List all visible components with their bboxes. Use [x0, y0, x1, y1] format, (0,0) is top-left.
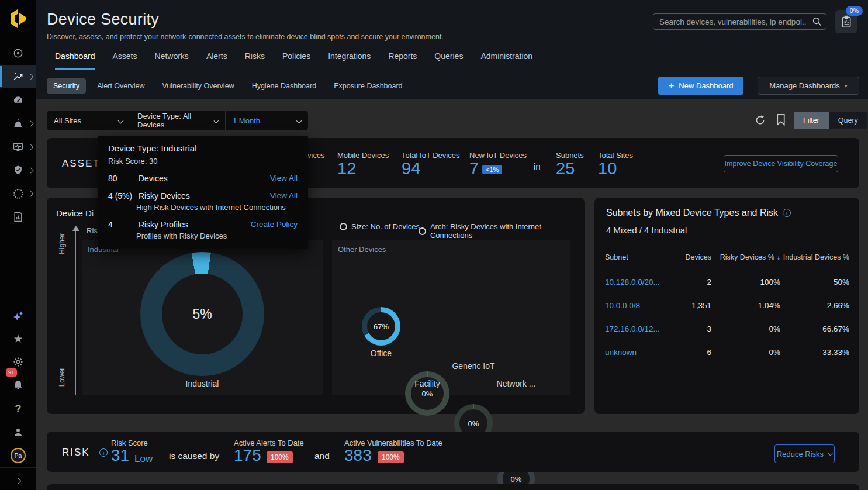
risky-profiles-label: Risky Profiles — [139, 220, 188, 229]
sidebar-item-discovery[interactable] — [0, 42, 36, 64]
sidebar-expand-button[interactable] — [0, 470, 36, 490]
tab-networks[interactable]: Networks — [155, 51, 189, 70]
industrial-risk-donut[interactable]: 5% — [140, 252, 264, 376]
arch-radio-label: Arch: Risky Devices with Internet Connec… — [430, 222, 585, 240]
col-devices[interactable]: Devices — [676, 253, 711, 261]
facility-donut[interactable]: 0% — [405, 371, 449, 416]
tooltip-title: Device Type: Industrial — [108, 143, 298, 153]
mobile-devices-value: 12 — [337, 159, 356, 178]
col-risky[interactable]: Risky Devices %↓ — [711, 253, 780, 261]
arch-radio-option[interactable]: Arch: Risky Devices with Internet Connec… — [419, 222, 585, 240]
tab-queries[interactable]: Queries — [434, 51, 463, 70]
subtab-vulnerability-overview[interactable]: Vulnerability Overview — [155, 78, 240, 94]
dashboard-content: All Sites Device Type: All Devices 1 Mon… — [36, 99, 868, 490]
office-donut[interactable]: 67% — [362, 307, 400, 346]
sidebar-item-device-security[interactable] — [0, 65, 36, 88]
plus-icon: + — [668, 81, 674, 91]
manage-dashboards-button[interactable]: Manage Dashboards ▾ — [758, 77, 859, 95]
tab-integrations[interactable]: Integrations — [328, 51, 371, 70]
device-type-filter-dropdown[interactable]: Device Type: All Devices — [130, 111, 225, 130]
sidebar-item-user[interactable] — [0, 421, 36, 443]
risky-profiles-count: 4 — [108, 220, 136, 229]
new-dashboard-button[interactable]: + New Dashboard — [658, 77, 743, 95]
global-search — [653, 13, 826, 30]
sidebar-item-profile[interactable]: Pa — [0, 444, 36, 467]
subnet-link[interactable]: unknown — [605, 348, 676, 357]
risk-axis-arrow — [72, 226, 79, 231]
subtab-security[interactable]: Security — [47, 78, 86, 94]
sidebar-item-integrations[interactable] — [0, 182, 36, 205]
tasks-checklist-button[interactable]: 0% — [835, 10, 857, 33]
star-icon: ★ — [13, 332, 23, 346]
sidebar-item-activity-monitor[interactable] — [0, 136, 36, 158]
size-radio-option[interactable]: Size: No. of Devices — [340, 222, 420, 231]
improve-visibility-button[interactable]: Improve Device Visibility Coverage — [724, 155, 838, 172]
chevron-down-icon — [828, 450, 834, 456]
view-all-devices-link[interactable]: View All — [270, 174, 298, 182]
facility-donut-center: 0% — [405, 371, 449, 416]
search-input[interactable] — [653, 13, 826, 30]
subnet-link[interactable]: 10.0.0.0/8 — [605, 301, 676, 310]
subnet-link[interactable]: 172.16.0.0/12... — [605, 325, 676, 333]
query-mode-button[interactable]: Query — [829, 112, 867, 129]
col-subnet[interactable]: Subnet — [605, 253, 676, 261]
sidebar-item-alerts[interactable] — [0, 112, 36, 134]
device-type-filter-value: Device Type: All Devices — [137, 112, 209, 129]
info-icon[interactable]: i — [99, 448, 108, 457]
subtab-hygiene-dashboard[interactable]: Hygiene Dashboard — [245, 78, 323, 94]
search-icon[interactable] — [812, 16, 822, 27]
reduce-risks-button[interactable]: Reduce Risks — [774, 444, 835, 463]
tab-dashboard[interactable]: Dashboard — [55, 51, 95, 70]
subtab-alert-overview[interactable]: Alert Overview — [91, 78, 151, 94]
sidebar-item-favorites[interactable]: ★ — [0, 327, 36, 350]
risk-score-value: 31 — [111, 446, 129, 465]
sidebar-item-policies-shield[interactable] — [0, 159, 36, 181]
tab-administration[interactable]: Administration — [480, 51, 532, 70]
create-policy-link[interactable]: Create Policy — [251, 220, 298, 229]
industrial-cell: 66.67% — [780, 325, 849, 333]
col-industrial[interactable]: Industrial Devices % — [780, 253, 849, 261]
sidebar-item-notifications[interactable]: 9+ — [0, 373, 36, 395]
sidebar-item-dashboard-gauge[interactable] — [0, 89, 36, 111]
subnet-link[interactable]: 10.128.0.0/20... — [605, 278, 676, 287]
filter-mode-button[interactable]: Filter — [794, 112, 829, 129]
time-range-filter-dropdown[interactable]: 1 Month — [225, 111, 308, 130]
network-donut-label: Network ... — [487, 379, 545, 388]
device-security-icon — [12, 71, 24, 82]
sidebar: ★ 9+ ? Pa — [0, 0, 36, 490]
tab-alerts[interactable]: Alerts — [206, 51, 227, 70]
tab-policies[interactable]: Policies — [282, 51, 310, 70]
subnets-value: 25 — [556, 159, 575, 178]
sidebar-item-reports[interactable] — [0, 206, 36, 228]
tab-reports[interactable]: Reports — [388, 51, 417, 70]
other-devices-panel: Other Devices 67% Office 0% Facility 0% … — [332, 240, 570, 395]
refresh-button[interactable] — [754, 114, 766, 126]
refresh-icon — [754, 114, 766, 126]
radio-icon — [340, 223, 347, 230]
time-range-value: 1 Month — [233, 116, 260, 125]
industrial-group-panel: Industrial 5% Industrial — [82, 240, 323, 395]
tab-risks[interactable]: Risks — [245, 51, 265, 70]
bookmark-button[interactable] — [776, 113, 786, 126]
axis-higher-label: Higher — [58, 233, 66, 254]
tab-assets[interactable]: Assets — [113, 51, 137, 70]
generic-iot-donut-label: Generic IoT — [444, 361, 503, 371]
sidebar-item-help[interactable]: ? — [0, 398, 36, 420]
chevron-right-icon — [28, 167, 34, 173]
risky-profiles-note: Profiles with Risky Devices — [136, 232, 298, 240]
industrial-donut-center: 5% — [140, 252, 264, 376]
shield-check-icon — [12, 164, 24, 176]
info-icon[interactable]: i — [783, 209, 791, 217]
subnets-table-header: Subnet Devices Risky Devices %↓ Industri… — [605, 244, 849, 270]
sites-filter-dropdown[interactable]: All Sites — [47, 111, 130, 130]
view-all-risky-devices-link[interactable]: View All — [270, 191, 298, 200]
app-logo[interactable] — [8, 7, 30, 30]
sidebar-item-ai-assistant[interactable] — [0, 305, 36, 327]
tooltip-risk-score: Risk Score: 30 — [108, 157, 298, 165]
divider — [0, 467, 36, 468]
industrial-cell: 50% — [780, 278, 849, 287]
page-subtitle: Discover, assess, and protect your netwo… — [47, 33, 444, 41]
caret-down-icon: ▾ — [845, 82, 848, 89]
risk-axis-line — [75, 230, 76, 395]
subtab-exposure-dashboard[interactable]: Exposure Dashboard — [327, 78, 409, 94]
